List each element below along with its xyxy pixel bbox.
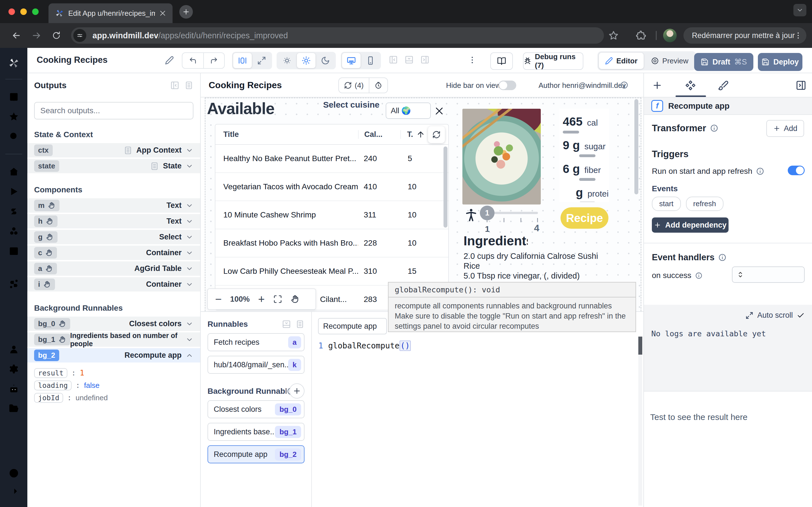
- table-row[interactable]: Healthy No Bake Peanut Butter Pret...240…: [215, 145, 448, 173]
- column-header-calories[interactable]: Cal...: [358, 130, 400, 139]
- available-heading[interactable]: Available: [207, 99, 274, 118]
- sidebar-item-users-icon[interactable]: [8, 344, 19, 355]
- table-refresh-button[interactable]: [428, 126, 445, 143]
- table-row[interactable]: Low Carb Philly Cheesesteak Meal P...310…: [215, 258, 448, 286]
- collapse-panel-icon[interactable]: [170, 81, 179, 90]
- bg-runnable-row-bg0[interactable]: bg_0 Closest colors: [28, 317, 200, 332]
- browser-profile-avatar[interactable]: [663, 29, 677, 42]
- component-row-c[interactable]: c Container: [28, 245, 200, 262]
- theme-light-button[interactable]: [297, 53, 315, 68]
- run-on-start-toggle[interactable]: [788, 166, 805, 175]
- sidebar-item-help-icon[interactable]: [8, 468, 19, 478]
- chevron-down-icon[interactable]: [186, 233, 193, 241]
- component-id-badge[interactable]: a: [34, 263, 57, 274]
- sidebar-item-home-icon[interactable]: [8, 166, 19, 177]
- new-tab-button[interactable]: [179, 5, 193, 18]
- desktop-view-button[interactable]: [342, 53, 361, 68]
- tab-close-icon[interactable]: [159, 10, 166, 17]
- settings-tab-icon[interactable]: [685, 80, 696, 91]
- editor-scrollbar[interactable]: [638, 337, 642, 506]
- sidebar-item-runs-icon[interactable]: [8, 186, 19, 197]
- sidebar-item-resources-icon[interactable]: [8, 226, 19, 236]
- more-options-icon[interactable]: [468, 55, 477, 64]
- hide-bar-toggle[interactable]: [499, 80, 516, 90]
- chevron-down-icon[interactable]: [186, 147, 193, 154]
- insert-component-tab-icon[interactable]: [652, 80, 663, 91]
- pan-hand-icon[interactable]: [291, 295, 300, 304]
- table-row[interactable]: Vegetarian Tacos with Avocado Cream41010: [215, 173, 448, 201]
- fit-view-icon[interactable]: [273, 295, 282, 304]
- collapse-bottom-panel-icon[interactable]: [282, 320, 291, 329]
- runnable-card-gmail[interactable]: hub/1408/gmail/_sen...k: [207, 356, 305, 374]
- chevron-down-icon[interactable]: [186, 265, 193, 273]
- chevron-down-icon[interactable]: [186, 281, 193, 288]
- centered-layout-button[interactable]: [233, 53, 252, 68]
- recipe-button[interactable]: Recipe: [560, 207, 608, 229]
- component-row-i[interactable]: i Container: [28, 277, 200, 293]
- history-button[interactable]: [369, 78, 388, 93]
- on-success-select[interactable]: [732, 267, 805, 283]
- runnable-card-fetch-recipes[interactable]: Fetch recipesa: [207, 333, 305, 351]
- reload-icon[interactable]: [52, 31, 61, 40]
- bg-id-badge[interactable]: bg_1: [34, 334, 70, 345]
- component-id-badge[interactable]: c: [34, 247, 57, 259]
- component-row-m[interactable]: m Text: [28, 198, 200, 214]
- table-row[interactable]: 10 Minute Cashew Shrimp31110: [215, 201, 448, 229]
- component-id-badge[interactable]: g: [34, 231, 57, 243]
- mobile-view-button[interactable]: [361, 53, 380, 68]
- collapse-right-panel-icon[interactable]: [796, 80, 806, 91]
- bg-runnable-row-bg2[interactable]: bg_2 Recompute app: [28, 348, 200, 364]
- sidebar-expand-icon[interactable]: [8, 486, 19, 497]
- bg-runnable-card-closest-colors[interactable]: Closest colorsbg_0: [207, 400, 305, 418]
- sidebar-item-flows-icon[interactable]: [8, 279, 19, 289]
- editor-mode-button[interactable]: Editor: [599, 53, 644, 69]
- window-close-button[interactable]: [8, 8, 15, 15]
- address-bar[interactable]: app.windmill.dev/apps/edit/u/henri/recip…: [71, 27, 604, 44]
- window-minimize-button[interactable]: [20, 8, 27, 15]
- column-header-title[interactable]: Title: [215, 130, 358, 139]
- window-chevron-button[interactable]: [794, 4, 806, 16]
- bookmark-star-icon[interactable]: [608, 31, 619, 41]
- sidebar-item-workspace-icon[interactable]: [8, 92, 19, 102]
- add-background-runnable-button[interactable]: [289, 383, 305, 399]
- browser-tab[interactable]: Edit App u/henri/recipes_impr: [49, 3, 172, 23]
- extensions-icon[interactable]: [636, 31, 646, 41]
- sidebar-item-schedules-icon[interactable]: [8, 245, 19, 256]
- component-row-g[interactable]: g Select: [28, 230, 200, 245]
- bg-id-badge-selected[interactable]: bg_2: [34, 349, 59, 361]
- toggle-left-panel-icon[interactable]: [389, 55, 398, 64]
- back-icon[interactable]: [11, 31, 21, 41]
- servings-slider[interactable]: 1 1 4: [480, 205, 539, 231]
- auto-scroll-check-icon[interactable]: [797, 312, 805, 320]
- chevron-down-icon[interactable]: [186, 336, 193, 344]
- debug-runs-button[interactable]: Debug runs (7): [523, 52, 583, 70]
- output-row-ctx[interactable]: ctx App Context: [28, 143, 200, 159]
- deploy-button[interactable]: Deploy: [758, 53, 802, 71]
- browser-update-button[interactable]: Redémarrer pour mettre à jour: [683, 27, 806, 44]
- redo-button[interactable]: [203, 53, 224, 68]
- sort-ascending-icon[interactable]: [416, 130, 425, 138]
- sidebar-item-add-icon[interactable]: [8, 298, 19, 309]
- output-row-state[interactable]: state State: [28, 159, 200, 175]
- sidebar-item-audit-logs-icon[interactable]: [8, 423, 19, 434]
- chevron-down-icon[interactable]: [186, 162, 193, 170]
- sidebar-item-workers-icon[interactable]: [8, 383, 19, 394]
- sidebar-item-settings-icon[interactable]: [8, 363, 19, 374]
- expand-logs-icon[interactable]: [746, 312, 753, 320]
- toggle-right-panel-icon[interactable]: [420, 55, 429, 64]
- bg-runnable-card-ingredients[interactable]: Ingredients base...bg_1: [207, 423, 305, 441]
- chevron-down-icon[interactable]: [186, 217, 193, 225]
- chevron-down-icon[interactable]: [186, 202, 193, 210]
- draft-button[interactable]: Draft ⌘S: [694, 53, 753, 71]
- auto-scroll-label[interactable]: Auto scroll: [757, 311, 793, 320]
- table-row[interactable]: Breakfast Hobo Packs with Hash Bro...228…: [215, 229, 448, 258]
- chevron-down-icon[interactable]: [186, 249, 193, 257]
- search-outputs-input[interactable]: [34, 102, 193, 119]
- canvas-scrollbar[interactable]: [635, 99, 638, 310]
- outputs-doc-icon[interactable]: [185, 81, 193, 90]
- fullscreen-layout-button[interactable]: [252, 53, 271, 68]
- sidebar-item-search-icon[interactable]: [8, 131, 19, 142]
- chevron-up-icon[interactable]: [186, 351, 193, 359]
- bg-id-badge[interactable]: bg_0: [34, 318, 70, 330]
- refresh-app-button[interactable]: (4): [339, 78, 369, 93]
